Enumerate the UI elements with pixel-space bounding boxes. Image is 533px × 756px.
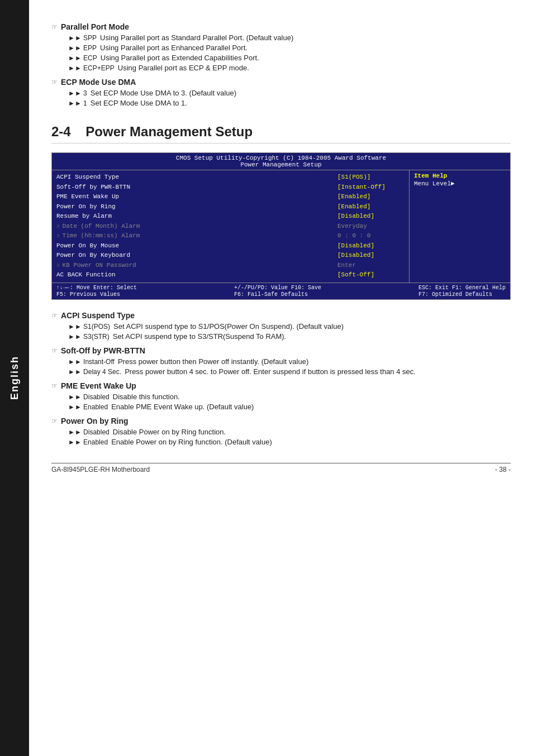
ecp-mode-items: ►► 3 Set ECP Mode Use DMA to 3. (Default… xyxy=(68,89,511,107)
cmos-help-text: Menu Level► xyxy=(414,180,506,187)
cmos-right-panel: Item Help Menu Level► xyxy=(410,170,510,283)
cmos-val-pme: [Enabled] xyxy=(337,192,404,202)
bullet-ecpepp: ►► ECP+EPP xyxy=(68,64,115,72)
softoff-items: ►► Instant-Off Press power button then P… xyxy=(68,357,511,376)
desc-pme-enabled: Enable PME Event Wake up. (Default value… xyxy=(111,403,254,411)
cmos-row-keyboard: Power On By Keyboard [Disabled] xyxy=(56,251,404,260)
parallel-port-items: ►► SPP Using Parallel port as Standard P… xyxy=(68,34,511,72)
pme-section: ☞ PME Event Wake Up ►► Disabled Disable … xyxy=(51,381,511,411)
cmos-row-softoff: Soft-Off by PWR-BTTN [Instant-Off] xyxy=(56,183,404,192)
sidebar: English xyxy=(0,0,29,756)
list-item: ►► Disabled Disable this function. xyxy=(68,393,511,401)
chapter-title: Power Management Setup xyxy=(85,124,253,139)
list-item: ►► Instant-Off Press power button then P… xyxy=(68,357,511,366)
acpi-arrow: ☞ xyxy=(51,312,58,319)
poweronring-title: Power On by Ring xyxy=(61,417,129,425)
list-item: ►► S1(POS) Set ACPI suspend type to S1/P… xyxy=(68,322,511,331)
ecp-mode-title: ECP Mode Use DMA xyxy=(61,78,136,87)
poweronring-arrow: ☞ xyxy=(51,417,58,425)
cmos-help-title: Item Help xyxy=(414,173,506,179)
cmos-label-pme: PME Event Wake Up xyxy=(56,192,332,202)
cmos-row-acpi: ACPI Suspend Type [S1(POS)] xyxy=(56,173,404,182)
softoff-header: ☞ Soft-Off by PWR-BTTN xyxy=(51,346,511,355)
cmos-row-kbpwd: x KB Power ON Password Enter xyxy=(56,261,404,270)
desc-s1pos: Set ACPI suspend type to S1/POS(Power On… xyxy=(113,322,344,331)
cmos-label-date: Date (of Month) Alarm xyxy=(63,222,332,231)
cmos-row-pme: PME Event Wake Up [Enabled] xyxy=(56,192,404,202)
bullet-s1pos: ►► S1(POS) xyxy=(68,323,110,331)
desc-1: Set ECP Mode Use DMA to 1. xyxy=(91,99,187,107)
cmos-val-keyboard: [Disabled] xyxy=(337,251,404,260)
cmos-val-acback: [Soft-Off] xyxy=(337,270,404,280)
cmos-val-mouse: [Disabled] xyxy=(337,241,404,251)
cmos-footer: ↑↓→←: Move Enter: Select F5: Previous Va… xyxy=(52,283,510,299)
cmos-label-softoff: Soft-Off by PWR-BTTN xyxy=(56,183,332,192)
bullet-epp: ►► EPP xyxy=(68,44,97,52)
cmos-row-resume: Resume by Alarm [Disabled] xyxy=(56,212,404,221)
acpi-header: ☞ ACPI Suspend Type xyxy=(51,311,511,320)
cmos-row-acback: AC BACK Function [Soft-Off] xyxy=(56,270,404,280)
ecp-mode-section: ☞ ECP Mode Use DMA ►► 3 Set ECP Mode Use… xyxy=(51,78,511,107)
cmos-title1: CMOS Setup Utility-Copyright (C) 1984-20… xyxy=(55,155,507,161)
pme-title: PME Event Wake Up xyxy=(61,381,136,390)
cmos-footer-esc: ESC: Exit F1: General Help xyxy=(418,285,506,291)
sidebar-label: English xyxy=(9,356,21,400)
cmos-title-bar: CMOS Setup Utility-Copyright (C) 1984-20… xyxy=(52,153,510,170)
acpi-section: ☞ ACPI Suspend Type ►► S1(POS) Set ACPI … xyxy=(51,311,511,341)
list-item: ►► Delay 4 Sec. Press power button 4 sec… xyxy=(68,367,511,376)
cmos-label-powering: Power On by Ring xyxy=(56,202,332,212)
cmos-footer-failsafe: F6: Fail-Safe Defaults xyxy=(234,291,321,298)
list-item: ►► 3 Set ECP Mode Use DMA to 3. (Default… xyxy=(68,89,511,97)
desc-ecp: Using Parallel port as Extended Capabili… xyxy=(101,54,259,62)
cmos-row-mouse: Power On By Mouse [Disabled] xyxy=(56,241,404,251)
cmos-footer-optimized: F7: Optimized Defaults xyxy=(418,291,506,298)
page-footer: GA-8I945PLGE-RH Motherboard - 38 - xyxy=(51,463,511,473)
cmos-val-resume: [Disabled] xyxy=(337,212,404,221)
desc-ecpepp: Using Parallel port as ECP & EPP mode. xyxy=(118,64,249,72)
desc-spp: Using Parallel port as Standard Parallel… xyxy=(100,34,293,42)
cmos-row-date: x Date (of Month) Alarm Everyday xyxy=(56,222,404,231)
cmos-footer-col2: +/-/PU/PD: Value F10: Save F6: Fail-Safe… xyxy=(234,285,321,298)
footer-right: - 38 - xyxy=(495,466,511,473)
list-item: ►► SPP Using Parallel port as Standard P… xyxy=(68,34,511,42)
cmos-setup-box: CMOS Setup Utility-Copyright (C) 1984-20… xyxy=(51,152,511,300)
bullet-ring-disabled: ►► Disabled xyxy=(68,428,110,436)
main-content: ☞ Parallel Port Mode ►► SPP Using Parall… xyxy=(29,0,533,496)
desc-3: Set ECP Mode Use DMA to 3. (Default valu… xyxy=(91,89,236,97)
bullet-delay4: ►► Delay 4 Sec. xyxy=(68,368,121,376)
cmos-label-mouse: Power On By Mouse xyxy=(56,241,332,251)
ecp-mode-header: ☞ ECP Mode Use DMA xyxy=(51,78,511,87)
x-prefix-time: x xyxy=(56,231,60,241)
cmos-footer-move: ↑↓→←: Move Enter: Select xyxy=(56,285,137,291)
parallel-port-header: ☞ Parallel Port Mode xyxy=(51,22,511,31)
bullet-ring-enabled: ►► Enabled xyxy=(68,438,108,446)
cmos-label-acback: AC BACK Function xyxy=(56,270,332,280)
parallel-port-section: ☞ Parallel Port Mode ►► SPP Using Parall… xyxy=(51,22,511,72)
cmos-label-resume: Resume by Alarm xyxy=(56,212,332,221)
cmos-row-time: x Time (hh:mm:ss) Alarm 0 : 0 : 0 xyxy=(56,231,404,241)
x-prefix-date: x xyxy=(56,222,60,231)
desc-instantoff: Press power button then Power off instan… xyxy=(118,357,308,366)
desc-ring-enabled: Enable Power on by Ring function. (Defau… xyxy=(111,438,272,446)
bullet-spp: ►► SPP xyxy=(68,34,97,42)
softoff-arrow: ☞ xyxy=(51,347,58,355)
list-item: ►► 1 Set ECP Mode Use DMA to 1. xyxy=(68,99,511,107)
cmos-title2: Power Management Setup xyxy=(55,161,507,168)
desc-epp: Using Parallel port as Enhanced Parallel… xyxy=(100,44,248,52)
acpi-items: ►► S1(POS) Set ACPI suspend type to S1/P… xyxy=(68,322,511,341)
cmos-val-date: Everyday xyxy=(337,222,404,231)
poweronring-section: ☞ Power On by Ring ►► Disabled Disable P… xyxy=(51,417,511,446)
desc-pme-disabled: Disable this function. xyxy=(113,393,180,401)
cmos-label-kbpwd: KB Power ON Password xyxy=(63,261,332,270)
bullet-pme-enabled: ►► Enabled xyxy=(68,403,108,411)
bullet-pme-disabled: ►► Disabled xyxy=(68,393,110,401)
softoff-title: Soft-Off by PWR-BTTN xyxy=(61,346,145,355)
cmos-val-time: 0 : 0 : 0 xyxy=(337,231,404,241)
x-prefix-kbpwd: x xyxy=(56,261,60,270)
list-item: ►► EPP Using Parallel port as Enhanced P… xyxy=(68,44,511,52)
cmos-val-acpi: [S1(POS)] xyxy=(337,173,404,182)
cmos-content: ACPI Suspend Type [S1(POS)] Soft-Off by … xyxy=(52,170,510,283)
list-item: ►► Enabled Enable PME Event Wake up. (De… xyxy=(68,403,511,411)
pme-arrow: ☞ xyxy=(51,382,58,390)
parallel-port-title: Parallel Port Mode xyxy=(61,22,129,31)
